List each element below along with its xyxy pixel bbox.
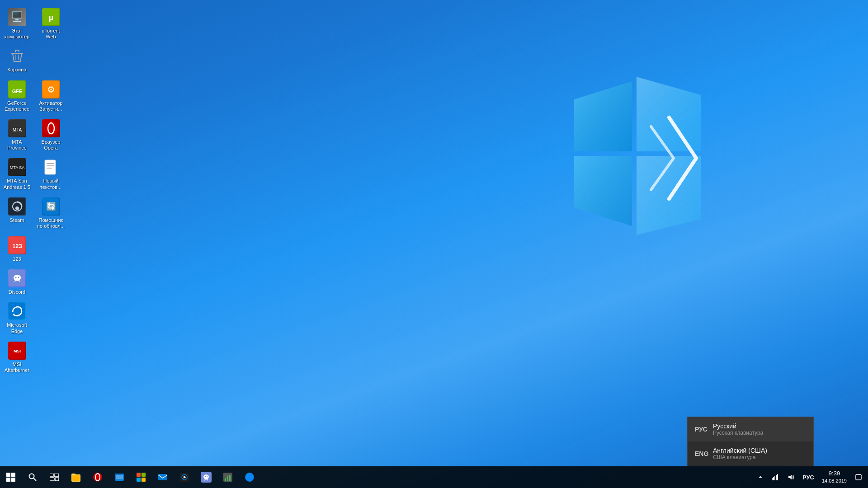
mta-sa-label: MTA San Andreas 1.5 bbox=[2, 178, 32, 190]
svg-rect-74 bbox=[856, 474, 861, 480]
svg-point-60 bbox=[205, 476, 206, 477]
svg-point-31 bbox=[15, 277, 16, 278]
desktop: 🖥️ Этот компьютер µ uTorrent Web bbox=[0, 0, 868, 488]
geforce-label: GeForce Experience bbox=[2, 100, 32, 112]
taskbar-mail[interactable] bbox=[152, 466, 174, 488]
taskbar-store[interactable] bbox=[130, 466, 152, 488]
taskbar: РУС 9:39 14.08.2019 bbox=[0, 466, 868, 488]
taskbar-firefox[interactable] bbox=[239, 466, 260, 488]
svg-rect-70 bbox=[774, 476, 775, 480]
edge-icon-img bbox=[8, 302, 26, 320]
taskbar-opera[interactable] bbox=[87, 466, 108, 488]
icon-mta-sa[interactable]: MTA SA MTA San Andreas 1.5 bbox=[0, 155, 34, 193]
tray-notification[interactable] bbox=[851, 466, 866, 488]
svg-marker-1 bbox=[637, 77, 701, 151]
lang-keyboard-eng: США клавиатура bbox=[713, 454, 767, 460]
tray-time: 9:39 bbox=[829, 469, 840, 478]
svg-point-32 bbox=[18, 277, 19, 278]
icon-msi[interactable]: MSI MSI Afterburner bbox=[0, 338, 34, 377]
lang-name-rus: Русский bbox=[713, 422, 763, 430]
svg-marker-67 bbox=[759, 476, 762, 478]
icon-opera[interactable]: Браузер Opera bbox=[34, 116, 68, 155]
lang-keyboard-rus: Русская клавиатура bbox=[713, 430, 763, 436]
svg-rect-64 bbox=[227, 476, 228, 481]
svg-rect-63 bbox=[225, 478, 226, 481]
icon-utorrent[interactable]: µ uTorrent Web bbox=[34, 5, 68, 43]
tray-volume[interactable] bbox=[783, 466, 799, 488]
edge-label: Microsoft Edge bbox=[2, 322, 32, 334]
lang-item-rus[interactable]: РУС Русский Русская клавиатура bbox=[688, 417, 813, 441]
icon-geforce[interactable]: GFE GeForce Experience bbox=[0, 77, 34, 116]
start-button[interactable] bbox=[0, 466, 22, 488]
icon-pc[interactable]: 🖥️ Этот компьютер bbox=[0, 5, 34, 43]
pc-label: Этот компьютер bbox=[2, 28, 32, 40]
msi-icon-img: MSI bbox=[8, 342, 26, 360]
task-view-button[interactable] bbox=[43, 466, 65, 488]
svg-rect-51 bbox=[137, 473, 141, 477]
icon-mta-province[interactable]: MTA MTA Province bbox=[0, 116, 34, 155]
windows-logo bbox=[565, 72, 710, 244]
icon-discord[interactable]: Discord bbox=[0, 266, 34, 299]
svg-rect-50 bbox=[116, 475, 123, 479]
icon-123[interactable]: 123 123 bbox=[0, 233, 34, 266]
svg-rect-54 bbox=[142, 478, 146, 482]
taskbar-tray: РУС 9:39 14.08.2019 bbox=[754, 466, 868, 488]
svg-text:🔄: 🔄 bbox=[46, 202, 57, 211]
svg-rect-69 bbox=[773, 477, 774, 480]
svg-rect-53 bbox=[137, 478, 141, 482]
svg-rect-46 bbox=[72, 475, 80, 481]
taskbar-task-manager[interactable] bbox=[217, 466, 239, 488]
svg-marker-0 bbox=[574, 81, 632, 151]
svg-marker-73 bbox=[788, 475, 792, 479]
tray-language[interactable]: РУС bbox=[799, 466, 817, 488]
lang-code-rus: РУС bbox=[695, 426, 713, 433]
icon-new-text[interactable]: Новый текстов... bbox=[34, 155, 68, 193]
svg-text:MTA SA: MTA SA bbox=[9, 165, 24, 170]
tray-show-hidden[interactable] bbox=[754, 466, 767, 488]
icon-edge[interactable]: Microsoft Edge bbox=[0, 299, 34, 338]
utorrent-label: uTorrent Web bbox=[36, 28, 66, 40]
icon-helper[interactable]: 🔄 Помощник по обновл... bbox=[34, 194, 68, 233]
lang-details-rus: Русский Русская клавиатура bbox=[713, 422, 763, 436]
tray-network[interactable] bbox=[767, 466, 783, 488]
svg-rect-19 bbox=[45, 160, 56, 174]
svg-rect-65 bbox=[229, 475, 231, 481]
svg-rect-45 bbox=[55, 478, 59, 481]
taskbar-discord[interactable] bbox=[195, 466, 217, 488]
helper-label: Помощник по обновл... bbox=[36, 217, 66, 229]
lang-name-eng: Английский (США) bbox=[713, 447, 767, 454]
svg-rect-42 bbox=[50, 474, 53, 477]
lang-item-eng[interactable]: ENG Английский (США) США клавиатура bbox=[688, 441, 813, 466]
taskbar-explorer[interactable] bbox=[65, 466, 87, 488]
activator-icon-img: ⚙ bbox=[42, 80, 60, 99]
mta-province-label: MTA Province bbox=[2, 139, 32, 151]
svg-point-40 bbox=[29, 474, 34, 479]
taskbar-pinned-apps bbox=[65, 466, 260, 488]
msi-label: MSI Afterburner bbox=[2, 361, 32, 373]
taskbar-media[interactable] bbox=[174, 466, 195, 488]
icon-steam[interactable]: Steam bbox=[0, 194, 34, 233]
lang-code-eng: ENG bbox=[695, 450, 713, 457]
search-button[interactable] bbox=[22, 466, 43, 488]
svg-text:MSI: MSI bbox=[13, 349, 20, 353]
tray-clock[interactable]: 9:39 14.08.2019 bbox=[817, 466, 851, 488]
opera-icon-img bbox=[42, 119, 60, 137]
new-text-icon-img bbox=[42, 158, 60, 176]
icon-123-label: 123 bbox=[13, 256, 21, 262]
taskbar-file-manager[interactable] bbox=[108, 466, 130, 488]
icon-123-img: 123 bbox=[8, 236, 26, 254]
icon-recycle[interactable]: Корзина bbox=[0, 43, 34, 76]
svg-text:GFE: GFE bbox=[12, 89, 22, 94]
discord-label: Discord bbox=[9, 289, 25, 295]
utorrent-icon-img: µ bbox=[42, 8, 60, 26]
new-text-label: Новый текстов... bbox=[36, 178, 66, 190]
desktop-icons: 🖥️ Этот компьютер µ uTorrent Web bbox=[0, 5, 68, 377]
svg-rect-38 bbox=[6, 478, 10, 482]
svg-text:123: 123 bbox=[12, 243, 22, 249]
svg-point-25 bbox=[15, 206, 19, 210]
language-popup: РУС Русский Русская клавиатура ENG Англи… bbox=[687, 417, 814, 466]
icon-activator[interactable]: ⚙ Активатор Запусти... bbox=[34, 77, 68, 116]
svg-text:µ: µ bbox=[48, 13, 53, 22]
recycle-icon-img bbox=[8, 47, 26, 65]
svg-text:⚙: ⚙ bbox=[47, 84, 55, 94]
